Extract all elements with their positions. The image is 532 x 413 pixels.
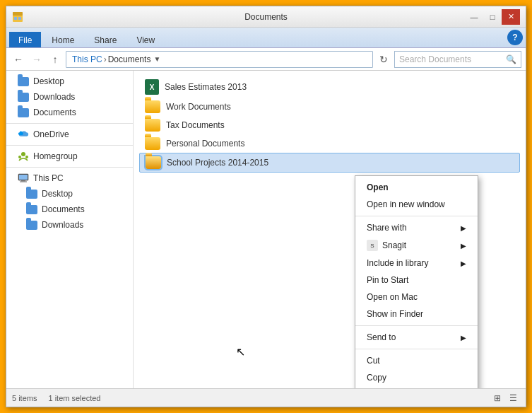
status-bar: 5 items 1 item selected ⊞ ☰	[6, 388, 526, 407]
window-icon	[12, 11, 23, 23]
sidebar-separator-3	[6, 167, 133, 168]
item-count: 5 items	[12, 394, 37, 402]
ctx-snagit[interactable]: S Snagit ▶	[355, 236, 478, 255]
content-area: Desktop Downloads Documents OneDrive	[6, 71, 526, 388]
ctx-open[interactable]: Open	[355, 179, 478, 196]
ctx-pin-to-start-label: Pin to Start	[367, 275, 408, 285]
explorer-window: Documents — □ ✕ File Home Share View ? ←…	[6, 6, 526, 407]
ctx-sep-2	[355, 325, 478, 326]
minimize-button[interactable]: —	[465, 9, 483, 25]
snagit-inner: S Snagit	[367, 240, 406, 251]
svg-point-6	[25, 156, 28, 158]
sidebar-label-documents: Documents	[33, 107, 76, 117]
file-name-work: Work Documents	[166, 102, 231, 112]
sidebar-item-thispc-documents[interactable]: Documents	[6, 202, 133, 217]
homegroup-icon	[18, 151, 29, 162]
address-dropdown-arrow[interactable]: ▼	[153, 55, 160, 63]
title-icons	[12, 11, 23, 23]
ctx-share-with[interactable]: Share with ▶	[355, 219, 478, 236]
file-list: X Sales Estimates 2013 Work Documents Ta…	[134, 71, 526, 388]
svg-rect-10	[20, 182, 27, 182]
folder-icon-tax	[145, 119, 160, 132]
sidebar-item-thispc-downloads[interactable]: Downloads	[6, 217, 133, 233]
close-button[interactable]: ✕	[502, 9, 520, 25]
sidebar-label-thispc-desktop: Desktop	[42, 189, 73, 199]
ctx-include-library-label: Include in library	[367, 258, 428, 268]
sidebar: Desktop Downloads Documents OneDrive	[6, 71, 134, 388]
ctx-copy[interactable]: Copy	[355, 369, 478, 386]
folder-icon-school	[146, 156, 161, 169]
tab-view[interactable]: View	[127, 32, 164, 47]
sidebar-item-downloads[interactable]: Downloads	[6, 89, 133, 105]
sidebar-item-desktop[interactable]: Desktop	[6, 74, 133, 89]
include-library-arrow: ▶	[461, 260, 466, 267]
address-field[interactable]: This PC › Documents ▼	[66, 51, 373, 68]
cursor: ↖	[236, 345, 245, 359]
folder-icon-personal	[145, 137, 160, 150]
ctx-open-on-mac[interactable]: Open on Mac	[355, 289, 478, 306]
window-controls: — □ ✕	[465, 9, 520, 25]
file-item-sales[interactable]: X Sales Estimates 2013	[139, 76, 520, 98]
send-to-arrow: ▶	[461, 334, 466, 342]
svg-rect-9	[21, 180, 25, 182]
svg-rect-3	[18, 17, 21, 20]
ctx-show-in-finder[interactable]: Show in Finder	[355, 306, 478, 322]
svg-point-5	[18, 156, 21, 158]
forward-button[interactable]: →	[29, 52, 45, 67]
sidebar-item-documents[interactable]: Documents	[6, 105, 133, 120]
up-button[interactable]: ↑	[47, 52, 63, 67]
file-name-personal: Personal Documents	[166, 139, 244, 149]
ribbon-tabs: File Home Share View ?	[6, 28, 526, 47]
svg-rect-8	[19, 175, 28, 180]
folder-icon-work	[145, 100, 160, 113]
list-view-button[interactable]: ☰	[506, 391, 520, 405]
snagit-icon: S	[367, 240, 378, 251]
svg-rect-2	[14, 17, 17, 20]
ctx-cut[interactable]: Cut	[355, 352, 478, 369]
ctx-sep-3	[355, 349, 478, 349]
back-button[interactable]: ←	[11, 52, 26, 67]
file-item-school[interactable]: School Projects 2014-2015	[139, 153, 520, 173]
title-bar: Documents — □ ✕	[6, 6, 526, 28]
tab-home[interactable]: Home	[42, 32, 83, 47]
grid-view-button[interactable]: ⊞	[490, 391, 504, 405]
sidebar-item-thispc[interactable]: This PC	[6, 170, 133, 186]
address-crumb-thispc[interactable]: This PC	[72, 54, 102, 64]
refresh-button[interactable]: ↻	[376, 52, 391, 67]
ctx-send-to-label: Send to	[367, 332, 396, 342]
sidebar-item-homegroup[interactable]: Homegroup	[6, 149, 133, 164]
tab-file[interactable]: File	[9, 32, 41, 47]
snagit-arrow: ▶	[461, 242, 466, 250]
search-box[interactable]: Search Documents 🔍	[394, 51, 521, 68]
file-name-tax: Tax Documents	[166, 120, 225, 130]
ctx-share-with-label: Share with	[367, 223, 407, 233]
maximize-button[interactable]: □	[483, 9, 502, 25]
ctx-copy-label: Copy	[367, 373, 386, 383]
address-separator: ›	[104, 54, 107, 64]
ctx-pin-to-start[interactable]: Pin to Start	[355, 272, 478, 289]
ctx-sep-1	[355, 216, 478, 216]
ctx-snagit-label: Snagit	[382, 240, 406, 250]
window-title: Documents	[244, 12, 288, 22]
file-item-tax[interactable]: Tax Documents	[139, 116, 520, 134]
sidebar-separator-2	[6, 145, 133, 146]
help-button[interactable]: ?	[507, 30, 523, 45]
desktop-icon	[18, 76, 29, 87]
address-crumb-documents[interactable]: Documents	[108, 54, 151, 64]
sidebar-label-thispc-documents: Documents	[42, 204, 85, 214]
onedrive-icon	[18, 129, 29, 140]
file-name-sales: Sales Estimates 2013	[165, 82, 247, 92]
ctx-include-library[interactable]: Include in library ▶	[355, 255, 478, 272]
file-item-personal[interactable]: Personal Documents	[139, 134, 520, 153]
address-bar: ← → ↑ This PC › Documents ▼ ↻ Search Doc…	[6, 48, 526, 71]
tab-share[interactable]: Share	[85, 32, 126, 47]
search-icon[interactable]: 🔍	[506, 54, 516, 64]
sidebar-item-onedrive[interactable]: OneDrive	[6, 127, 133, 142]
ctx-cut-label: Cut	[367, 356, 380, 366]
ctx-open-new-window[interactable]: Open in new window	[355, 196, 478, 213]
ribbon: File Home Share View ?	[6, 28, 526, 48]
ctx-send-to[interactable]: Send to ▶	[355, 329, 478, 346]
share-with-arrow: ▶	[461, 224, 466, 232]
file-item-work[interactable]: Work Documents	[139, 98, 520, 116]
sidebar-item-thispc-desktop[interactable]: Desktop	[6, 186, 133, 202]
